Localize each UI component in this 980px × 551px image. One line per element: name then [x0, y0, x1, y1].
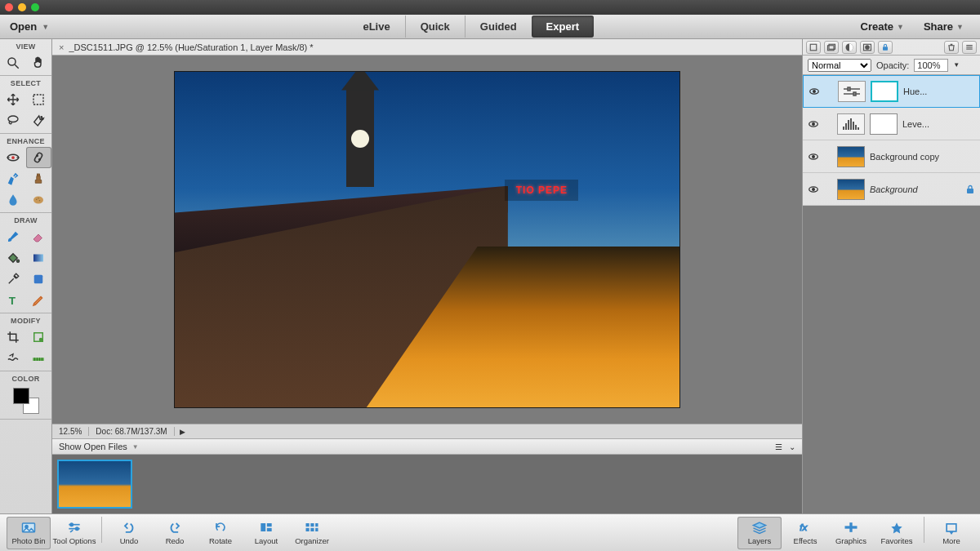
eyedropper-tool[interactable]	[0, 269, 26, 290]
move-tool[interactable]	[0, 89, 26, 110]
new-group-icon[interactable]	[824, 41, 839, 54]
undo-button[interactable]: Undo	[107, 517, 151, 549]
svg-rect-52	[855, 125, 857, 130]
document-tab[interactable]: × _DSC1511.JPG @ 12.5% (Hue/Saturation 1…	[52, 42, 320, 52]
close-icon[interactable]: ×	[59, 42, 64, 52]
visibility-icon[interactable]	[808, 151, 819, 162]
type-tool[interactable]: T	[0, 290, 26, 311]
color-swatches[interactable]	[13, 388, 39, 414]
toolbox-section-select: SELECT	[0, 78, 51, 89]
open-files-bar: Show Open Files ▼ ☰ ⌄	[52, 438, 802, 455]
layers-button[interactable]: Layers	[737, 517, 782, 549]
redeye-tool[interactable]	[0, 147, 26, 168]
svg-point-23	[40, 339, 42, 341]
smart-brush-tool[interactable]	[0, 168, 26, 189]
trash-icon[interactable]	[944, 41, 959, 54]
svg-rect-37	[966, 47, 973, 47]
photo-bin-thumbnail[interactable]	[57, 460, 132, 509]
opacity-label: Opacity:	[876, 60, 909, 70]
graphics-button[interactable]: Graphics	[829, 517, 873, 549]
new-layer-icon[interactable]	[806, 41, 821, 54]
svg-rect-38	[966, 48, 973, 49]
photo-bin-button[interactable]: Photo Bin	[7, 517, 51, 549]
more-button[interactable]: More	[929, 517, 973, 549]
eraser-tool[interactable]	[26, 226, 52, 247]
visibility-icon[interactable]	[808, 86, 820, 97]
lasso-tool[interactable]	[0, 110, 26, 131]
tool-options-button[interactable]: Tool Options	[52, 517, 96, 549]
adjustment-layer-icon[interactable]	[842, 41, 857, 54]
blend-mode-select[interactable]: Normal	[808, 59, 871, 72]
marquee-tool[interactable]	[26, 89, 52, 110]
crop-tool[interactable]	[0, 327, 26, 348]
toolbox-section-view: VIEW	[0, 41, 51, 52]
status-menu-icon[interactable]: ▶	[175, 428, 190, 436]
share-menu[interactable]: Share▼	[915, 17, 972, 36]
visibility-icon[interactable]	[808, 118, 819, 130]
recompose-tool[interactable]	[26, 327, 52, 348]
doc-size-display[interactable]: Doc: 68.7M/137.3M	[89, 427, 174, 436]
gradient-tool[interactable]	[26, 247, 52, 269]
create-menu[interactable]: Create▼	[853, 17, 912, 36]
canvas[interactable]: TIO PEPE	[174, 71, 680, 408]
chevron-down-icon[interactable]: ⌄	[789, 442, 795, 451]
organizer-button[interactable]: Organizer	[290, 517, 334, 549]
opacity-value[interactable]: 100%	[914, 59, 948, 72]
close-icon[interactable]	[5, 3, 13, 11]
layer-row[interactable]: Background copy	[803, 140, 980, 173]
shape-tool[interactable]	[26, 269, 52, 290]
layer-row[interactable]: Hue...	[803, 75, 980, 108]
spot-healing-tool[interactable]	[26, 147, 52, 168]
zoom-tool[interactable]	[0, 52, 26, 73]
chevron-down-icon[interactable]: ▼	[953, 61, 960, 69]
svg-rect-49	[848, 120, 849, 130]
rotate-button[interactable]: Rotate	[198, 517, 243, 549]
brush-tool[interactable]	[0, 226, 26, 247]
image-tower	[346, 89, 374, 187]
foreground-color-swatch[interactable]	[13, 388, 29, 404]
svg-point-3	[8, 116, 18, 122]
layer-toolbar	[803, 39, 980, 56]
layer-row[interactable]: Background	[803, 173, 980, 206]
hand-tool[interactable]	[26, 52, 52, 73]
pencil-tool[interactable]	[26, 290, 52, 311]
redo-button[interactable]: Redo	[153, 517, 197, 549]
toolbox-section-modify: MODIFY	[0, 315, 51, 327]
zoom-display[interactable]: 12.5%	[52, 427, 89, 436]
minimize-icon[interactable]	[18, 3, 26, 11]
tab-expert[interactable]: Expert	[532, 16, 594, 38]
layer-row[interactable]: Leve...	[803, 108, 980, 140]
list-view-icon[interactable]: ☰	[775, 442, 782, 451]
layer-mask-thumb[interactable]	[870, 113, 898, 135]
maximize-icon[interactable]	[31, 3, 39, 11]
tab-elive[interactable]: eLive	[348, 16, 404, 38]
layout-button[interactable]: Layout	[244, 517, 288, 549]
layer-name[interactable]: Background	[870, 184, 960, 194]
visibility-icon[interactable]	[808, 184, 819, 195]
canvas-viewport[interactable]: TIO PEPE	[52, 56, 802, 424]
quick-selection-tool[interactable]	[26, 110, 52, 131]
lock-icon[interactable]	[878, 41, 893, 54]
sponge-tool[interactable]	[26, 189, 52, 211]
open-files-dropdown[interactable]: Show Open Files ▼	[59, 442, 139, 451]
blur-tool[interactable]	[0, 189, 26, 211]
tab-guided[interactable]: Guided	[465, 16, 532, 38]
favorites-button[interactable]: Favorites	[875, 517, 919, 549]
layer-name[interactable]: Leve...	[902, 119, 975, 129]
layer-mask-thumb[interactable]	[871, 81, 898, 102]
layer-mask-icon[interactable]	[860, 41, 875, 54]
content-aware-move-tool[interactable]	[0, 348, 26, 369]
chevron-down-icon: ▼	[956, 23, 964, 31]
effects-button[interactable]: fxEffects	[783, 517, 827, 549]
straighten-tool[interactable]	[26, 348, 52, 369]
layer-name[interactable]: Background copy	[870, 152, 975, 162]
paint-bucket-tool[interactable]	[0, 247, 26, 269]
layer-name[interactable]: Hue...	[903, 87, 974, 96]
svg-point-55	[813, 155, 815, 158]
chevron-down-icon: ▼	[42, 23, 49, 31]
toolbox-section-color: COLOR	[0, 373, 51, 384]
tab-quick[interactable]: Quick	[405, 16, 465, 38]
open-menu[interactable]: Open ▼	[0, 20, 90, 33]
clone-stamp-tool[interactable]	[26, 168, 52, 189]
panel-menu-icon[interactable]	[962, 41, 977, 54]
